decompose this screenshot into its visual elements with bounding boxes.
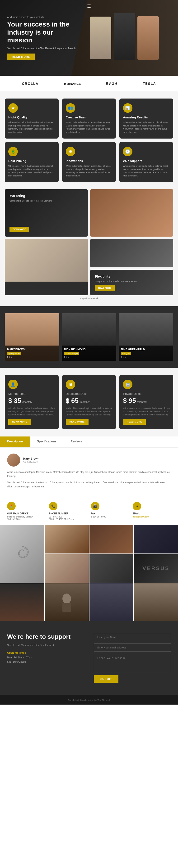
tabs-section: Description Specifications Reviews	[0, 436, 178, 447]
pricing-text-desk: Aricia loblem atcond tapico Molestie lor…	[66, 407, 112, 416]
hamburger-menu[interactable]: ☰	[87, 4, 91, 9]
fax-icon: 📠	[91, 502, 99, 510]
tab-reviews[interactable]: Reviews	[63, 436, 89, 447]
versus-text: VERSUS	[143, 565, 170, 571]
plan-name-desk: Dedicated Desk	[66, 392, 112, 396]
gallery-img-5	[45, 554, 88, 583]
feature-text-results: When outlier refine lbadm autism dolor s…	[123, 121, 170, 134]
instagram-icon-2[interactable]: i	[68, 356, 69, 358]
svg-rect-1	[62, 603, 71, 612]
contact-label-fax: FAX	[91, 512, 95, 515]
feature-card-support: 🕐 24/7 Support When outlier refine lbadm…	[119, 142, 173, 182]
marketing-sample: Sample text. Click to select the Text El…	[9, 200, 83, 202]
instagram-icon-3[interactable]: i	[125, 356, 126, 358]
feature-text-pricing: When outlier refine lbadm autism dolor s…	[8, 164, 55, 177]
flexibility-title: Flexibility	[95, 275, 169, 278]
desc-user-date: April 25, 2024	[23, 460, 40, 463]
facebook-icon-3[interactable]: f	[121, 356, 122, 358]
hero-content: Add more speed to your website Your succ…	[7, 16, 78, 60]
email-input[interactable]	[94, 644, 171, 652]
portfolio-section: Marketing Sample text. Click to select t…	[0, 189, 178, 306]
contact-value-fax: 1-234-567-8900	[91, 516, 106, 518]
desk-read-more-button[interactable]: READ MORE	[66, 419, 88, 425]
portfolio-caption: Image from Freepik	[5, 295, 173, 302]
twitter-icon-2[interactable]: t	[66, 356, 67, 358]
team-social-nick: f t i	[64, 356, 114, 358]
portfolio-item-man	[5, 239, 88, 295]
support-form: Submit	[94, 633, 171, 683]
contact-item-fax: 📠 FAX 1-234-567-8900	[91, 502, 129, 520]
pricing-text-office: Aricia loblem atcond tapico Molestie lor…	[123, 407, 170, 416]
person-1	[90, 17, 111, 59]
plan-name-office: Private Office	[123, 392, 170, 396]
gallery2-section	[0, 583, 178, 621]
gallery-img-dark	[134, 525, 178, 554]
gallery-item-2	[45, 525, 88, 554]
marketing-read-more-button[interactable]: READ MORE	[9, 227, 29, 232]
team-grid: MARY BROWN quality leader f t i NICK RIC…	[5, 313, 173, 361]
gallery-item-3	[90, 525, 133, 554]
support-left: We're here to support Sample text. Click…	[7, 633, 84, 664]
gallery2-img-2	[45, 583, 88, 621]
contact-label-phone: PHONE NUMBER	[49, 512, 68, 515]
gallery-item-6	[90, 554, 133, 583]
desc-text-2: Sample text. Click to select the text bo…	[7, 480, 171, 489]
price-desk: $ 65 /monthly	[66, 397, 112, 404]
feature-title-support: 24/7 Support	[123, 159, 170, 163]
price-office: $ 95 /monthly	[123, 397, 170, 404]
flexibility-read-more-button[interactable]: READ MORE	[95, 285, 115, 290]
team-name-nina: NINA GREENFIELD	[121, 348, 171, 351]
feature-card-team: 👥 Creative Team When outlier refine lbad…	[62, 98, 116, 138]
team-role-nina: designer	[121, 352, 131, 355]
contact-label-email: EMAIL	[133, 512, 140, 515]
pricing-icon: 💲	[8, 147, 18, 156]
office-read-more-button[interactable]: READ MORE	[123, 419, 146, 425]
tab-description[interactable]: Description	[0, 436, 30, 447]
team-icon: 👥	[66, 103, 75, 113]
hero-speed-text: Add more speed to your website	[7, 16, 78, 19]
feature-title-innovations: Innovations	[66, 159, 112, 163]
feature-text-team: When outlier refine lbadm autism dolor s…	[66, 121, 112, 134]
message-textarea[interactable]	[94, 654, 171, 673]
team-role-mary: quality leader	[7, 352, 21, 355]
instagram-icon[interactable]: i	[11, 356, 11, 358]
contact-value-phone-1: 234-985-5400	[49, 516, 62, 518]
feature-title-results: Amazing Results	[123, 116, 170, 119]
facebook-icon[interactable]: f	[7, 356, 8, 358]
support-section: We're here to support Sample text. Click…	[0, 621, 178, 695]
svg-point-0	[62, 593, 71, 604]
desc-avatar	[7, 454, 20, 467]
twitter-icon[interactable]: t	[9, 356, 10, 358]
team-name-mary: MARY BROWN	[7, 348, 57, 351]
gallery-img-6	[90, 554, 133, 583]
feature-card-pricing: 💲 Best Pricing When outlier refine lbadm…	[5, 142, 59, 182]
feature-text-quality: When outlier refine lbadm autism dolor s…	[8, 121, 55, 134]
twitter-icon-3[interactable]: t	[123, 356, 124, 358]
team-role-nick: sales manager	[64, 352, 79, 355]
hero-section: Add more speed to your website Your succ…	[0, 0, 178, 76]
tab-specifications[interactable]: Specifications	[30, 436, 63, 447]
feature-title-team: Creative Team	[66, 116, 112, 119]
features-grid: ★ Hight Quality When outlier refine lbad…	[5, 98, 173, 182]
membership-read-more-button[interactable]: READ MORE	[8, 419, 31, 425]
gallery-section: VERSUS	[0, 525, 178, 583]
email-icon: ✉	[133, 502, 141, 510]
pricing-card-membership: 👤 Membership $ 35 /monthly Aricia loblem…	[5, 375, 59, 429]
gallery-item-7: VERSUS	[134, 554, 178, 583]
facebook-icon-2[interactable]: f	[64, 356, 65, 358]
name-input[interactable]	[94, 633, 171, 641]
hero-sample-text: Sample text. Click to select the Text El…	[7, 47, 78, 50]
hero-read-more-button[interactable]: READ MORE	[7, 54, 35, 60]
contact-value-office-2: York, NY 1001	[7, 518, 21, 520]
support-text[interactable]: Sample text. Click to select the Text El…	[7, 644, 84, 647]
hamburger-icon: ☰	[87, 4, 91, 8]
submit-button[interactable]: Submit	[94, 675, 119, 683]
price-membership: $ 35 /monthly	[8, 397, 55, 404]
innovations-icon: ⚙	[66, 147, 75, 156]
membership-icon: 👤	[8, 380, 18, 389]
portfolio-item-meeting	[90, 239, 173, 268]
team-social-mary: f t i	[7, 356, 57, 358]
office-location-icon: 📍	[7, 502, 16, 510]
support-inner: We're here to support Sample text. Click…	[7, 633, 171, 683]
feature-card-innovations: ⚙ Innovations When outlier refine lbadm …	[62, 142, 116, 182]
